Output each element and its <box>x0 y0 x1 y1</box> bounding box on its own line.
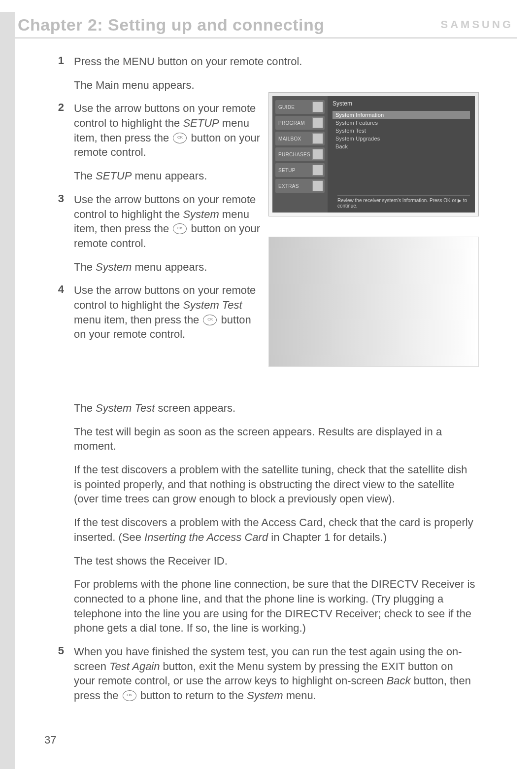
step-5: 5When you have finished the system test,… <box>44 644 475 703</box>
text-run: The <box>74 261 96 273</box>
paragraph: Use the arrow buttons on your remote con… <box>74 192 266 251</box>
paragraph: If the test discovers a problem with the… <box>74 462 475 506</box>
step-number: 4 <box>44 283 64 296</box>
text-run: System <box>247 689 283 702</box>
step-1: 1Press the MENU button on your remote co… <box>44 54 475 92</box>
ok-button-icon <box>123 690 136 701</box>
manual-page: Chapter 2: Setting up and connecting SAM… <box>0 0 532 781</box>
text-run: SETUP <box>183 117 219 129</box>
step-number: 2 <box>44 101 64 114</box>
step-2: 2Use the arrow buttons on your remote co… <box>44 101 475 183</box>
paragraph: The Main menu appears. <box>74 78 475 93</box>
text-run: System Test <box>183 299 242 311</box>
text-run: The <box>74 402 96 414</box>
text-run: Press the MENU button on your remote con… <box>74 55 302 68</box>
text-run: button to return to the <box>137 689 247 702</box>
text-run: The test will begin as soon as the scree… <box>74 426 442 453</box>
text-run: menu item, then press the <box>74 314 202 326</box>
text-run: System <box>96 261 132 273</box>
paragraph: Press the MENU button on your remote con… <box>74 54 475 69</box>
text-run: menu appears. <box>132 170 207 182</box>
page-header: Chapter 2: Setting up and connecting SAM… <box>15 12 517 38</box>
ok-button-icon <box>203 315 217 325</box>
chapter-title: Chapter 2: Setting up and connecting <box>18 15 324 35</box>
text-run: in Chapter 1 for details.) <box>268 531 387 543</box>
text-run: For problems with the phone line connect… <box>74 578 475 634</box>
paragraph: If the test discovers a problem with the… <box>74 515 475 544</box>
text-run: menu appears. <box>132 261 207 273</box>
paragraph: The SETUP menu appears. <box>74 169 266 183</box>
text-run: menu. <box>283 689 316 702</box>
left-margin-band <box>0 12 15 769</box>
steps-list: 1Press the MENU button on your remote co… <box>44 54 475 342</box>
step-number: 3 <box>44 192 64 205</box>
paragraph: Use the arrow buttons on your remote con… <box>74 101 266 160</box>
paragraph: The System menu appears. <box>74 260 266 275</box>
ok-button-icon <box>173 223 187 234</box>
text-run: System Test <box>96 402 155 414</box>
text-run: The <box>74 170 96 182</box>
text-run: Inserting the Access Card <box>144 531 268 543</box>
step-number: 1 <box>44 54 64 67</box>
brand-logo: SAMSUNG <box>441 18 517 31</box>
ok-button-icon <box>173 133 187 143</box>
paragraph: The test will begin as soon as the scree… <box>74 425 475 454</box>
step-3: 3Use the arrow buttons on your remote co… <box>44 192 475 274</box>
text-run: System <box>183 208 219 220</box>
paragraph: The System Test screen appears. <box>74 401 475 416</box>
text-run: Test Again <box>109 660 160 673</box>
paragraph: The test shows the Receiver ID. <box>74 554 475 568</box>
step-4: 4Use the arrow buttons on your remote co… <box>44 283 475 342</box>
page-number: 37 <box>44 734 56 746</box>
step-number: 5 <box>44 644 64 657</box>
text-run: SETUP <box>96 170 132 182</box>
paragraph: For problems with the phone line connect… <box>74 577 475 636</box>
paragraph: Use the arrow buttons on your remote con… <box>74 283 266 342</box>
followup-paragraphs: The System Test screen appears.The test … <box>44 401 475 636</box>
text-run: The Main menu appears. <box>74 79 195 91</box>
page-content: 1Press the MENU button on your remote co… <box>44 54 475 712</box>
text-run: The test shows the Receiver ID. <box>74 555 228 567</box>
text-run: screen appears. <box>155 402 235 414</box>
step5-list: 5When you have finished the system test,… <box>44 644 475 703</box>
text-run: If the test discovers a problem with the… <box>74 463 467 505</box>
paragraph: When you have finished the system test, … <box>74 644 475 703</box>
text-run: Back <box>387 674 411 687</box>
